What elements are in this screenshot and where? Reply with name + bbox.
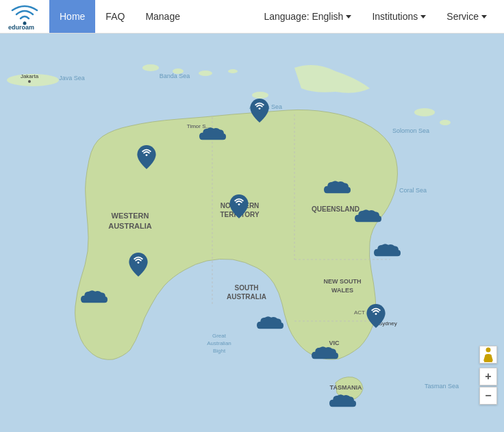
nav-right-items: Language: English Institutions Service xyxy=(253,0,497,33)
svg-point-10 xyxy=(414,108,435,116)
cloud-icon-8 xyxy=(327,391,358,411)
svg-point-44 xyxy=(138,262,140,264)
map-pin-3[interactable] xyxy=(229,194,249,221)
svg-point-41 xyxy=(259,107,261,110)
nav-item-institutions[interactable]: Institutions xyxy=(362,0,436,33)
map-container[interactable]: WESTERN AUSTRALIA NORTHERN TERRITORY SOU… xyxy=(0,34,504,432)
svg-point-11 xyxy=(440,120,451,125)
cloud-icon-5 xyxy=(372,240,403,261)
svg-point-8 xyxy=(252,92,268,99)
cloud-icon-3 xyxy=(322,177,353,198)
svg-text:Bight: Bight xyxy=(213,348,226,354)
nav-item-faq[interactable]: FAQ xyxy=(95,0,135,33)
nav-item-manage[interactable]: Manage xyxy=(135,0,190,33)
svg-text:eduroam: eduroam xyxy=(8,24,34,29)
svg-text:Tasman Sea: Tasman Sea xyxy=(425,383,459,390)
svg-text:WESTERN: WESTERN xyxy=(112,212,149,220)
nav-item-language[interactable]: Language: English xyxy=(253,0,362,33)
map-pin-1[interactable] xyxy=(250,99,269,125)
map-pin-sydney[interactable] xyxy=(366,304,386,331)
svg-point-43 xyxy=(238,203,240,205)
svg-text:Banda Sea: Banda Sea xyxy=(160,73,190,79)
cloud-icon-1 xyxy=(197,124,228,144)
service-caret-icon xyxy=(481,15,487,18)
pegman-button[interactable] xyxy=(479,346,497,364)
svg-point-46 xyxy=(486,348,491,353)
zoom-in-button[interactable]: + xyxy=(479,368,497,385)
svg-text:Solomon Sea: Solomon Sea xyxy=(392,127,429,134)
svg-text:TASMANIA: TASMANIA xyxy=(330,384,362,391)
nav-items: Home FAQ Manage xyxy=(49,0,190,33)
svg-text:Java Sea: Java Sea xyxy=(59,75,85,81)
svg-text:Coral Sea: Coral Sea xyxy=(399,187,427,194)
map-pin-4[interactable] xyxy=(129,253,148,279)
navbar: eduroam Home FAQ Manage Language: Englis… xyxy=(0,0,504,34)
eduroam-logo-icon: eduroam xyxy=(7,3,42,29)
cloud-icon-2 xyxy=(79,287,110,307)
svg-text:ACT: ACT xyxy=(354,309,365,316)
svg-text:SOUTH: SOUTH xyxy=(235,284,259,292)
person-icon xyxy=(482,347,494,362)
nav-item-home[interactable]: Home xyxy=(49,0,95,33)
cloud-icon-6 xyxy=(255,313,286,333)
svg-point-45 xyxy=(375,313,377,315)
zoom-out-button[interactable]: − xyxy=(479,387,497,405)
cloud-icon-7 xyxy=(310,343,340,364)
logo-area: eduroam xyxy=(7,3,42,29)
svg-text:AUSTRALIA: AUSTRALIA xyxy=(227,293,266,301)
svg-point-7 xyxy=(228,69,238,73)
map-svg: WESTERN AUSTRALIA NORTHERN TERRITORY SOU… xyxy=(0,34,504,432)
svg-point-6 xyxy=(199,71,212,76)
nav-item-service[interactable]: Service xyxy=(436,0,497,33)
svg-point-4 xyxy=(142,64,159,71)
map-pin-2[interactable] xyxy=(137,145,156,172)
map-controls: + − xyxy=(479,346,497,405)
svg-text:WALES: WALES xyxy=(331,287,353,294)
svg-text:Australian: Australian xyxy=(207,340,231,346)
svg-text:Great: Great xyxy=(212,333,227,339)
cloud-icon-4 xyxy=(353,206,383,227)
svg-text:NEW SOUTH: NEW SOUTH xyxy=(324,278,362,285)
svg-point-39 xyxy=(28,80,31,83)
language-caret-icon xyxy=(346,15,351,18)
institutions-caret-icon xyxy=(420,15,426,18)
svg-text:AUSTRALIA: AUSTRALIA xyxy=(108,222,152,230)
svg-text:Jakarta: Jakarta xyxy=(21,73,39,79)
svg-point-42 xyxy=(146,154,148,156)
